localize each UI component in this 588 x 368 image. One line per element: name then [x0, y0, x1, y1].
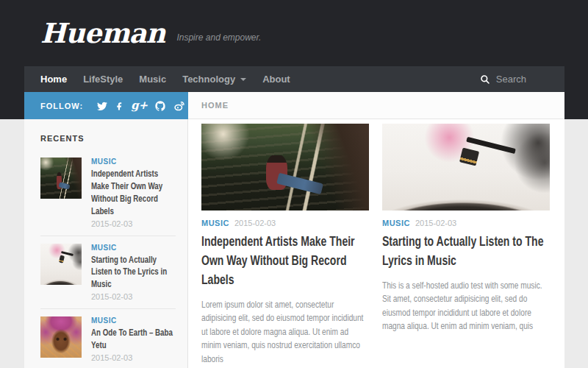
page: Hueman Inspire and empower. Home LifeSty…	[0, 0, 588, 368]
post-title[interactable]: Starting to Actually Listen to The Lyric…	[382, 233, 550, 271]
post-category[interactable]: MUSIC	[201, 219, 229, 227]
recent-category[interactable]: MUSIC	[91, 158, 176, 166]
post-image[interactable]	[382, 124, 550, 210]
post-excerpt: Lorem ipsum dolor sit amet, consectetur …	[201, 298, 369, 366]
turntable-image	[382, 124, 550, 210]
railroad-guitar-image	[201, 124, 369, 210]
recent-title[interactable]: Independent Artists Make Their Own Way W…	[91, 168, 176, 218]
recent-thumb[interactable]	[40, 244, 82, 285]
main-nav: Home LifeStyle Music Technology About Se…	[24, 66, 564, 92]
recent-date: 2015-02-03	[91, 353, 176, 362]
nav-item-lifestyle[interactable]: LifeStyle	[75, 66, 131, 92]
sidebar: RECENTS MUSIC Independent Artists Make T…	[24, 119, 188, 368]
recent-title[interactable]: An Ode To Earth – Baba Yetu	[91, 327, 176, 352]
site-header: Hueman Inspire and empower.	[24, 0, 564, 66]
google-plus-icon[interactable]: g+	[131, 100, 148, 111]
twitter-icon[interactable]	[96, 100, 108, 112]
child-portrait-image	[40, 316, 82, 358]
social-icons: g+	[96, 100, 203, 112]
post-date: 2015-02-03	[234, 219, 276, 227]
search-label: Search	[496, 74, 526, 85]
main-content: MUSIC 2015-02-03 Independent Artists Mak…	[188, 119, 564, 368]
recent-title[interactable]: Starting to Actually Listen to The Lyric…	[91, 254, 176, 291]
facebook-icon[interactable]	[115, 101, 124, 111]
post-card: MUSIC 2015-02-03 Starting to Actually Li…	[382, 124, 550, 366]
post-date: 2015-02-03	[415, 219, 456, 227]
recent-date: 2015-02-03	[91, 219, 176, 228]
recent-date: 2015-02-03	[91, 292, 176, 301]
post-card: MUSIC 2015-02-03 Independent Artists Mak…	[201, 124, 369, 366]
recent-post[interactable]: MUSIC An Ode To Earth – Baba Yetu 2015-0…	[40, 308, 176, 368]
search-icon	[480, 74, 490, 85]
turntable-image	[40, 244, 82, 285]
recent-category[interactable]: MUSIC	[91, 316, 176, 325]
site-tagline: Inspire and empower.	[176, 32, 261, 43]
follow-label: FOLLOW:	[40, 102, 83, 110]
chevron-down-icon	[240, 78, 246, 81]
post-image[interactable]	[201, 124, 369, 210]
post-excerpt: This is a self-hosted audio test with so…	[382, 279, 550, 333]
site-logo[interactable]: Hueman	[24, 17, 165, 49]
recent-post[interactable]: MUSIC Independent Artists Make Their Own…	[40, 150, 176, 236]
breadcrumb-home[interactable]: HOME	[201, 101, 229, 110]
top-bar: FOLLOW: g+ HOME	[24, 92, 564, 119]
nav-item-music[interactable]: Music	[131, 66, 174, 92]
recent-category[interactable]: MUSIC	[91, 244, 176, 252]
post-title[interactable]: Independent Artists Make Their Own Way W…	[201, 233, 369, 290]
github-icon[interactable]	[154, 100, 166, 112]
nav-item-home[interactable]: Home	[32, 66, 75, 92]
search-button[interactable]: Search	[480, 66, 526, 92]
nav-item-about[interactable]: About	[254, 66, 298, 92]
breadcrumb: HOME	[188, 92, 564, 119]
recent-post[interactable]: MUSIC Starting to Actually Listen to The…	[40, 236, 176, 309]
follow-bar: FOLLOW: g+	[24, 92, 188, 119]
recent-thumb[interactable]	[40, 158, 82, 199]
railroad-guitar-image	[40, 158, 82, 199]
post-category[interactable]: MUSIC	[382, 219, 410, 227]
recent-thumb[interactable]	[40, 316, 82, 358]
recents-heading: RECENTS	[40, 134, 176, 143]
nav-item-technology[interactable]: Technology	[174, 66, 254, 92]
weibo-icon[interactable]	[173, 100, 186, 112]
